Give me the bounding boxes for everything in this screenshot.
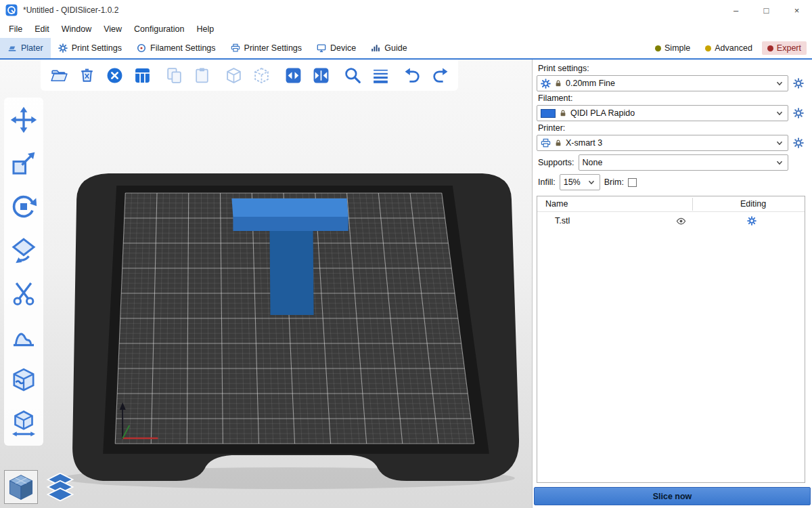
paste-icon[interactable] [191, 65, 212, 85]
mode-label: Simple [664, 43, 690, 53]
bed-3d-scene [0, 60, 532, 508]
infill-select[interactable]: 15% [560, 174, 600, 190]
supports-label: Supports: [538, 158, 574, 167]
brim-checkbox[interactable] [628, 178, 637, 187]
open-icon[interactable] [49, 65, 69, 85]
brim-label: Brim: [604, 177, 624, 187]
sidebar: Print settings: 0.20mm Fine Filament: QI… [532, 60, 812, 508]
delete-icon[interactable] [76, 65, 97, 85]
add-instance-icon[interactable] [223, 65, 244, 85]
tab-print-settings[interactable]: Print Settings [51, 38, 129, 58]
mode-label: Expert [777, 43, 801, 53]
app-window: *Untitled - QIDISlicer-1.0.2 – □ × File … [0, 0, 812, 508]
place-on-face-tool-icon[interactable] [9, 236, 38, 264]
preview-view-thumbnail[interactable] [43, 470, 77, 504]
object-list: Name Editing T.stl [537, 196, 805, 483]
top-toolbar [41, 60, 458, 91]
menu-configuration[interactable]: Configuration [128, 22, 190, 36]
tabbar: Plater Print Settings Filament Settings … [0, 38, 812, 60]
rotate-tool-icon[interactable] [9, 192, 38, 221]
simple-mode-dot-icon [655, 45, 661, 51]
printer-label: Printer: [538, 123, 805, 133]
tab-label: Printer Settings [244, 43, 302, 53]
gear-icon [793, 108, 804, 119]
sliced-layers-icon [45, 471, 76, 503]
filament-select[interactable]: QIDI PLA Rapido [537, 105, 788, 121]
menu-file[interactable]: File [3, 22, 28, 36]
chevron-down-icon [587, 177, 596, 187]
plater-icon [7, 43, 17, 53]
printer-value: X-smart 3 [566, 138, 602, 148]
editor-cube-icon [5, 471, 37, 503]
remove-instance-icon[interactable] [251, 65, 271, 85]
tab-device[interactable]: Device [309, 38, 363, 58]
tab-label: Guide [384, 43, 407, 53]
tab-filament-settings[interactable]: Filament Settings [129, 38, 223, 58]
mode-simple[interactable]: Simple [650, 41, 696, 55]
object-editing-icon[interactable] [747, 216, 757, 226]
paint-supports-tool-icon[interactable] [9, 322, 38, 351]
expert-mode-dot-icon [767, 45, 773, 51]
seam-tool-icon[interactable] [9, 366, 38, 394]
editor-view-thumbnail[interactable] [4, 470, 38, 504]
object-row[interactable]: T.stl [537, 212, 805, 230]
mode-selector: Simple Advanced Expert [650, 38, 812, 58]
gear-icon [793, 137, 804, 148]
left-toolbar [4, 98, 43, 446]
main-area: Print settings: 0.20mm Fine Filament: QI… [0, 60, 812, 508]
cut-tool-icon[interactable] [9, 279, 38, 308]
menu-view[interactable]: View [97, 22, 128, 36]
column-name: Name [545, 199, 568, 209]
viewport-3d[interactable] [0, 60, 532, 508]
arrange-icon[interactable] [132, 65, 152, 85]
filament-value: QIDI PLA Rapido [570, 108, 635, 118]
chevron-down-icon [775, 79, 784, 88]
minimize-button[interactable]: – [721, 0, 751, 20]
variable-layer-height-icon[interactable] [370, 65, 390, 85]
tab-label: Filament Settings [150, 43, 216, 53]
tab-guide[interactable]: Guide [363, 38, 414, 58]
slice-now-button[interactable]: Slice now [534, 487, 811, 505]
scale-tool-icon[interactable] [9, 149, 38, 177]
filament-color-swatch [541, 109, 556, 118]
tab-label: Plater [21, 43, 43, 53]
chevron-down-icon [775, 108, 784, 118]
mode-advanced[interactable]: Advanced [700, 41, 758, 55]
search-icon[interactable] [342, 65, 363, 85]
window-title: *Untitled - QIDISlicer-1.0.2 [23, 5, 118, 15]
split-to-parts-icon[interactable] [311, 65, 331, 85]
delete-all-icon[interactable] [104, 65, 125, 85]
guide-bars-icon [371, 43, 380, 53]
supports-select[interactable]: None [579, 154, 788, 171]
infill-value: 15% [564, 177, 581, 187]
printer-icon [231, 43, 240, 53]
mode-expert[interactable]: Expert [762, 41, 807, 55]
printer-gear-button[interactable] [792, 135, 805, 150]
menu-help[interactable]: Help [190, 22, 220, 36]
print-settings-icon [58, 43, 68, 53]
move-tool-icon[interactable] [9, 106, 38, 134]
advanced-mode-dot-icon [705, 45, 711, 51]
tab-label: Print Settings [72, 43, 122, 53]
copy-icon[interactable] [164, 65, 184, 85]
visibility-eye-icon[interactable] [676, 216, 686, 226]
undo-icon[interactable] [402, 65, 422, 85]
maximize-button[interactable]: □ [751, 0, 782, 20]
close-button[interactable]: × [782, 0, 812, 20]
print-settings-select[interactable]: 0.20mm Fine [537, 75, 788, 91]
print-settings-gear-button[interactable] [792, 76, 805, 91]
measure-tool-icon[interactable] [9, 409, 38, 438]
tab-printer-settings[interactable]: Printer Settings [223, 38, 309, 58]
print-settings-label: Print settings: [538, 64, 805, 73]
menubar: File Edit Window View Configuration Help [0, 20, 812, 38]
menu-edit[interactable]: Edit [28, 22, 55, 36]
device-monitor-icon [317, 43, 326, 53]
filament-gear-button[interactable] [792, 106, 805, 121]
supports-value: None [583, 158, 603, 167]
tab-plater[interactable]: Plater [0, 38, 51, 58]
menu-window[interactable]: Window [55, 22, 97, 36]
chevron-down-icon [775, 158, 784, 167]
printer-select[interactable]: X-smart 3 [537, 135, 788, 151]
redo-icon[interactable] [430, 65, 450, 85]
split-to-objects-icon[interactable] [283, 65, 303, 85]
